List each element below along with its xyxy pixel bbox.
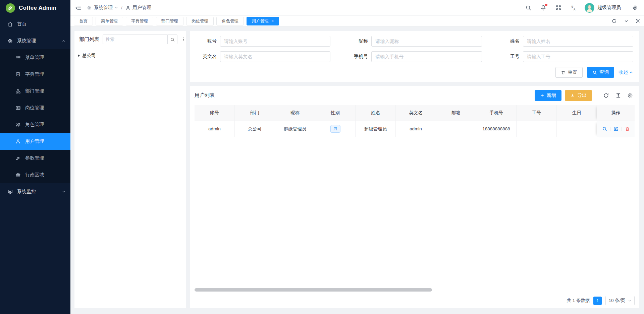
- sidebar-item-post-management[interactable]: 岗位管理: [0, 100, 70, 116]
- collapse-label: 收起: [619, 69, 628, 75]
- export-button[interactable]: 导出: [565, 90, 592, 101]
- tab-dict-management[interactable]: 字典管理: [126, 17, 153, 25]
- tree-node-label: 总公司: [82, 53, 96, 59]
- avatar: [585, 3, 594, 13]
- tab-menu-management[interactable]: 菜单管理: [96, 17, 123, 25]
- divider: [610, 127, 610, 131]
- sidebar-item-param-management[interactable]: 参数管理: [0, 150, 70, 167]
- search-icon[interactable]: [167, 35, 177, 44]
- page-size-select[interactable]: 10 条/页: [605, 296, 635, 305]
- sidebar-item-dict-management[interactable]: A 字典管理: [0, 66, 70, 83]
- field-nickname: 昵称: [347, 36, 482, 47]
- view-icon[interactable]: [602, 126, 607, 131]
- horizontal-scrollbar[interactable]: [195, 288, 635, 292]
- sidebar-item-admin-region[interactable]: 行政区域: [0, 167, 70, 183]
- department-search-input[interactable]: [103, 35, 167, 44]
- scrollbar-thumb[interactable]: [195, 288, 432, 292]
- sidebar-item-user-management[interactable]: 用户管理: [0, 133, 70, 150]
- collapse-sidebar-icon[interactable]: [75, 5, 82, 11]
- sidebar-item-label: 参数管理: [25, 155, 66, 161]
- table-actions: 新增 导出: [535, 90, 635, 101]
- collapse-filter-link[interactable]: 收起: [619, 69, 633, 75]
- sidebar-item-menu-management[interactable]: 菜单管理: [0, 49, 70, 66]
- reset-button[interactable]: 重置: [555, 67, 583, 78]
- app-root: Coffee Admin 首页 系统管理 菜单管理: [0, 0, 644, 314]
- tab-post-management[interactable]: 岗位管理: [186, 17, 214, 25]
- content-area: 部门列表 总公司: [70, 27, 644, 314]
- svg-text:A: A: [574, 7, 576, 11]
- user-table: 账号 部门 昵称 性别 姓名 英文名 邮箱 手机号 工号 生日 操作: [195, 105, 635, 137]
- cell-department: 总公司: [235, 121, 275, 137]
- column-header: 昵称: [275, 105, 315, 121]
- notification-badge: [545, 4, 547, 6]
- column-header: 账号: [195, 105, 235, 121]
- dictionary-icon: A: [15, 72, 21, 77]
- filter-actions: 重置 查询 收起: [196, 67, 633, 78]
- tab-dept-management[interactable]: 部门管理: [156, 17, 183, 25]
- sidebar-item-label: 行政区域: [25, 172, 66, 178]
- breadcrumb-parent-label: 系统管理: [94, 5, 113, 11]
- sidebar-item-dept-management[interactable]: 部门管理: [0, 83, 70, 100]
- search-icon[interactable]: [525, 5, 531, 11]
- monitor-icon: [7, 189, 13, 195]
- english-name-input[interactable]: [220, 51, 330, 62]
- column-header-actions: 操作: [597, 105, 635, 121]
- sidebar-item-system-management[interactable]: 系统管理: [0, 33, 70, 49]
- frame-fullscreen-icon[interactable]: [632, 16, 644, 26]
- refresh-icon[interactable]: [608, 16, 620, 26]
- column-header: 性别: [315, 105, 356, 121]
- user-name: 超级管理员: [597, 5, 621, 11]
- breadcrumb-parent[interactable]: 系统管理: [87, 5, 118, 11]
- sidebar-item-system-monitor[interactable]: 系统监控: [0, 183, 70, 200]
- settings-gear-icon[interactable]: [632, 5, 638, 11]
- row-height-icon[interactable]: [614, 91, 623, 100]
- sidebar: Coffee Admin 首页 系统管理 菜单管理: [0, 0, 70, 314]
- more-vertical-icon[interactable]: [181, 37, 186, 42]
- fullscreen-icon[interactable]: [555, 5, 561, 11]
- list-icon: [15, 55, 21, 61]
- breadcrumb-current: 用户管理: [125, 5, 151, 11]
- field-phone: 手机号: [347, 51, 482, 62]
- delete-icon[interactable]: [625, 126, 630, 131]
- field-label: 英文名: [196, 54, 217, 60]
- sidebar-item-label: 部门管理: [25, 88, 66, 94]
- tree-node-head-office[interactable]: 总公司: [78, 51, 182, 60]
- wrench-icon: [15, 155, 21, 161]
- account-input[interactable]: [220, 36, 330, 47]
- user-menu[interactable]: 超级管理员: [585, 3, 621, 13]
- tab-user-management[interactable]: 用户管理 ×: [247, 17, 279, 25]
- chevron-down-icon[interactable]: [620, 16, 632, 26]
- sidebar-item-label: 岗位管理: [25, 105, 66, 111]
- close-icon[interactable]: ×: [271, 19, 274, 23]
- translate-icon[interactable]: 文A: [571, 5, 577, 11]
- user-icon: [15, 139, 21, 144]
- sidebar-item-home[interactable]: 首页: [0, 16, 70, 33]
- bell-icon[interactable]: [540, 5, 546, 11]
- job-number-input[interactable]: [523, 51, 633, 62]
- edit-icon[interactable]: [613, 126, 619, 131]
- tab-role-management[interactable]: 角色管理: [216, 17, 244, 25]
- field-job-number: 工号: [499, 51, 633, 62]
- page-number-button[interactable]: 1: [593, 297, 602, 305]
- chevron-up-icon: [629, 70, 633, 74]
- nickname-input[interactable]: [371, 36, 482, 47]
- chevron-up-icon: [62, 39, 66, 43]
- tab-home[interactable]: 首页: [74, 17, 93, 25]
- user-icon: [125, 5, 130, 10]
- phone-input[interactable]: [371, 51, 482, 62]
- chevron-down-icon: [628, 299, 632, 303]
- caret-right-icon[interactable]: [78, 54, 80, 57]
- top-header: 系统管理 / 用户管理: [70, 0, 644, 16]
- pagination: 共 1 条数据 1 10 条/页: [195, 293, 635, 308]
- add-user-button[interactable]: 新增: [535, 90, 561, 101]
- name-input[interactable]: [523, 36, 633, 47]
- cell-name: 超级管理员: [356, 121, 396, 137]
- refresh-icon[interactable]: [602, 91, 610, 100]
- search-button[interactable]: 查询: [587, 67, 614, 78]
- divider: [622, 127, 622, 131]
- filter-form-card: 账号 昵称 姓名 英文名: [190, 31, 639, 82]
- svg-text:A: A: [17, 73, 19, 75]
- gear-icon[interactable]: [626, 91, 635, 100]
- sidebar-item-label: 系统监控: [17, 189, 62, 195]
- sidebar-item-role-management[interactable]: 角色管理: [0, 116, 70, 133]
